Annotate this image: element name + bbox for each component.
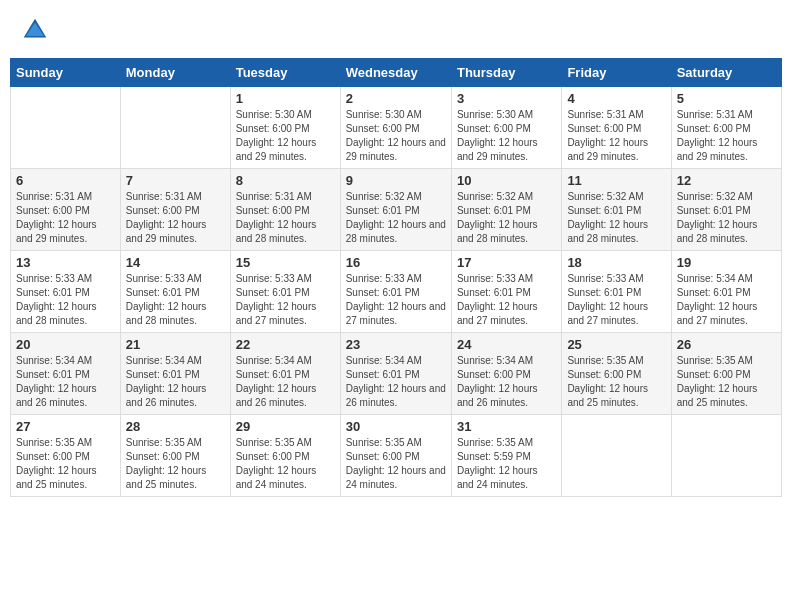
calendar-week-2: 6Sunrise: 5:31 AM Sunset: 6:00 PM Daylig… [11,169,782,251]
calendar-cell: 25Sunrise: 5:35 AM Sunset: 6:00 PM Dayli… [562,333,671,415]
day-info: Sunrise: 5:35 AM Sunset: 6:00 PM Dayligh… [236,436,335,492]
day-number: 19 [677,255,776,270]
weekday-header-friday: Friday [562,59,671,87]
calendar-cell: 16Sunrise: 5:33 AM Sunset: 6:01 PM Dayli… [340,251,451,333]
day-number: 2 [346,91,446,106]
calendar-cell: 5Sunrise: 5:31 AM Sunset: 6:00 PM Daylig… [671,87,781,169]
calendar-cell: 22Sunrise: 5:34 AM Sunset: 6:01 PM Dayli… [230,333,340,415]
calendar-cell: 13Sunrise: 5:33 AM Sunset: 6:01 PM Dayli… [11,251,121,333]
calendar-cell: 29Sunrise: 5:35 AM Sunset: 6:00 PM Dayli… [230,415,340,497]
calendar-cell: 14Sunrise: 5:33 AM Sunset: 6:01 PM Dayli… [120,251,230,333]
calendar-header: SundayMondayTuesdayWednesdayThursdayFrid… [11,59,782,87]
calendar-cell: 12Sunrise: 5:32 AM Sunset: 6:01 PM Dayli… [671,169,781,251]
calendar-cell [11,87,121,169]
day-number: 8 [236,173,335,188]
day-info: Sunrise: 5:31 AM Sunset: 6:00 PM Dayligh… [567,108,665,164]
day-info: Sunrise: 5:34 AM Sunset: 6:01 PM Dayligh… [126,354,225,410]
calendar-cell: 15Sunrise: 5:33 AM Sunset: 6:01 PM Dayli… [230,251,340,333]
calendar-cell [671,415,781,497]
day-number: 17 [457,255,556,270]
day-info: Sunrise: 5:33 AM Sunset: 6:01 PM Dayligh… [567,272,665,328]
day-number: 10 [457,173,556,188]
day-number: 25 [567,337,665,352]
day-number: 11 [567,173,665,188]
day-number: 14 [126,255,225,270]
day-number: 4 [567,91,665,106]
logo-icon [20,15,50,45]
day-info: Sunrise: 5:34 AM Sunset: 6:01 PM Dayligh… [236,354,335,410]
day-number: 15 [236,255,335,270]
day-info: Sunrise: 5:32 AM Sunset: 6:01 PM Dayligh… [457,190,556,246]
day-number: 22 [236,337,335,352]
calendar-cell: 10Sunrise: 5:32 AM Sunset: 6:01 PM Dayli… [451,169,561,251]
day-info: Sunrise: 5:31 AM Sunset: 6:00 PM Dayligh… [677,108,776,164]
day-info: Sunrise: 5:33 AM Sunset: 6:01 PM Dayligh… [126,272,225,328]
day-number: 6 [16,173,115,188]
calendar-cell: 31Sunrise: 5:35 AM Sunset: 5:59 PM Dayli… [451,415,561,497]
day-info: Sunrise: 5:35 AM Sunset: 6:00 PM Dayligh… [16,436,115,492]
day-number: 5 [677,91,776,106]
day-info: Sunrise: 5:31 AM Sunset: 6:00 PM Dayligh… [236,190,335,246]
calendar-cell: 27Sunrise: 5:35 AM Sunset: 6:00 PM Dayli… [11,415,121,497]
calendar-week-3: 13Sunrise: 5:33 AM Sunset: 6:01 PM Dayli… [11,251,782,333]
day-number: 12 [677,173,776,188]
weekday-header-row: SundayMondayTuesdayWednesdayThursdayFrid… [11,59,782,87]
day-number: 9 [346,173,446,188]
day-info: Sunrise: 5:33 AM Sunset: 6:01 PM Dayligh… [346,272,446,328]
day-info: Sunrise: 5:35 AM Sunset: 6:00 PM Dayligh… [126,436,225,492]
weekday-header-tuesday: Tuesday [230,59,340,87]
weekday-header-monday: Monday [120,59,230,87]
calendar-cell [562,415,671,497]
day-info: Sunrise: 5:31 AM Sunset: 6:00 PM Dayligh… [16,190,115,246]
day-number: 20 [16,337,115,352]
calendar-cell: 11Sunrise: 5:32 AM Sunset: 6:01 PM Dayli… [562,169,671,251]
calendar-week-4: 20Sunrise: 5:34 AM Sunset: 6:01 PM Dayli… [11,333,782,415]
calendar-week-5: 27Sunrise: 5:35 AM Sunset: 6:00 PM Dayli… [11,415,782,497]
day-info: Sunrise: 5:34 AM Sunset: 6:00 PM Dayligh… [457,354,556,410]
calendar-cell: 17Sunrise: 5:33 AM Sunset: 6:01 PM Dayli… [451,251,561,333]
calendar-cell: 18Sunrise: 5:33 AM Sunset: 6:01 PM Dayli… [562,251,671,333]
day-number: 28 [126,419,225,434]
day-info: Sunrise: 5:30 AM Sunset: 6:00 PM Dayligh… [236,108,335,164]
day-number: 30 [346,419,446,434]
calendar-cell: 30Sunrise: 5:35 AM Sunset: 6:00 PM Dayli… [340,415,451,497]
calendar-cell: 4Sunrise: 5:31 AM Sunset: 6:00 PM Daylig… [562,87,671,169]
calendar-cell: 21Sunrise: 5:34 AM Sunset: 6:01 PM Dayli… [120,333,230,415]
calendar-body: 1Sunrise: 5:30 AM Sunset: 6:00 PM Daylig… [11,87,782,497]
day-number: 21 [126,337,225,352]
weekday-header-saturday: Saturday [671,59,781,87]
day-number: 23 [346,337,446,352]
calendar-cell: 8Sunrise: 5:31 AM Sunset: 6:00 PM Daylig… [230,169,340,251]
day-info: Sunrise: 5:35 AM Sunset: 6:00 PM Dayligh… [677,354,776,410]
day-info: Sunrise: 5:33 AM Sunset: 6:01 PM Dayligh… [16,272,115,328]
day-info: Sunrise: 5:35 AM Sunset: 5:59 PM Dayligh… [457,436,556,492]
calendar-cell: 28Sunrise: 5:35 AM Sunset: 6:00 PM Dayli… [120,415,230,497]
weekday-header-thursday: Thursday [451,59,561,87]
calendar-cell [120,87,230,169]
day-info: Sunrise: 5:30 AM Sunset: 6:00 PM Dayligh… [457,108,556,164]
calendar-cell: 2Sunrise: 5:30 AM Sunset: 6:00 PM Daylig… [340,87,451,169]
day-number: 7 [126,173,225,188]
day-info: Sunrise: 5:35 AM Sunset: 6:00 PM Dayligh… [346,436,446,492]
day-info: Sunrise: 5:35 AM Sunset: 6:00 PM Dayligh… [567,354,665,410]
calendar-cell: 1Sunrise: 5:30 AM Sunset: 6:00 PM Daylig… [230,87,340,169]
calendar-cell: 3Sunrise: 5:30 AM Sunset: 6:00 PM Daylig… [451,87,561,169]
calendar-week-1: 1Sunrise: 5:30 AM Sunset: 6:00 PM Daylig… [11,87,782,169]
day-info: Sunrise: 5:33 AM Sunset: 6:01 PM Dayligh… [457,272,556,328]
calendar-cell: 7Sunrise: 5:31 AM Sunset: 6:00 PM Daylig… [120,169,230,251]
day-number: 3 [457,91,556,106]
day-info: Sunrise: 5:34 AM Sunset: 6:01 PM Dayligh… [677,272,776,328]
day-number: 24 [457,337,556,352]
day-info: Sunrise: 5:32 AM Sunset: 6:01 PM Dayligh… [346,190,446,246]
day-info: Sunrise: 5:34 AM Sunset: 6:01 PM Dayligh… [346,354,446,410]
day-info: Sunrise: 5:31 AM Sunset: 6:00 PM Dayligh… [126,190,225,246]
weekday-header-sunday: Sunday [11,59,121,87]
day-number: 1 [236,91,335,106]
day-number: 31 [457,419,556,434]
calendar-table: SundayMondayTuesdayWednesdayThursdayFrid… [10,58,782,497]
day-info: Sunrise: 5:33 AM Sunset: 6:01 PM Dayligh… [236,272,335,328]
calendar-cell: 9Sunrise: 5:32 AM Sunset: 6:01 PM Daylig… [340,169,451,251]
calendar-cell: 19Sunrise: 5:34 AM Sunset: 6:01 PM Dayli… [671,251,781,333]
day-number: 16 [346,255,446,270]
calendar-cell: 26Sunrise: 5:35 AM Sunset: 6:00 PM Dayli… [671,333,781,415]
